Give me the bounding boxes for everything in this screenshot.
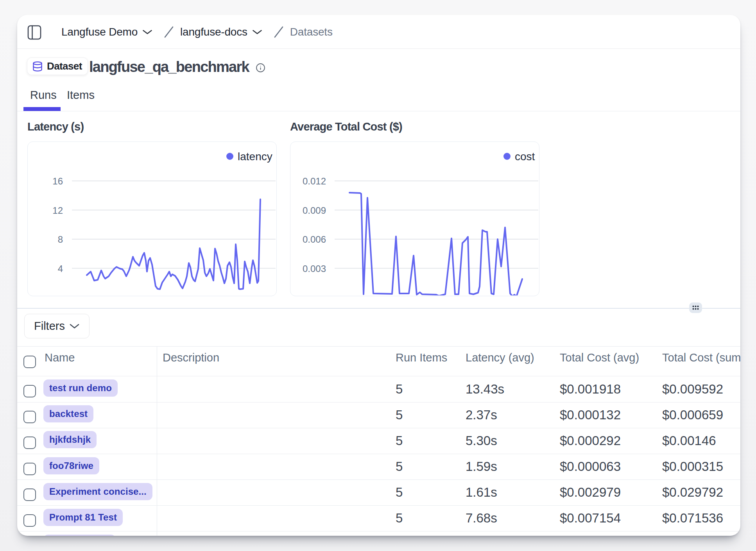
svg-text:0.012: 0.012 bbox=[303, 176, 326, 186]
svg-text:0.003: 0.003 bbox=[303, 263, 326, 274]
svg-text:12: 12 bbox=[52, 205, 63, 216]
svg-text:0.006: 0.006 bbox=[303, 234, 326, 245]
svg-text:16: 16 bbox=[52, 176, 63, 186]
svg-text:0.009: 0.009 bbox=[303, 205, 326, 216]
svg-text:latency: latency bbox=[238, 150, 272, 163]
svg-text:cost: cost bbox=[515, 150, 535, 163]
svg-text:4: 4 bbox=[58, 263, 63, 274]
svg-text:8: 8 bbox=[58, 234, 63, 245]
